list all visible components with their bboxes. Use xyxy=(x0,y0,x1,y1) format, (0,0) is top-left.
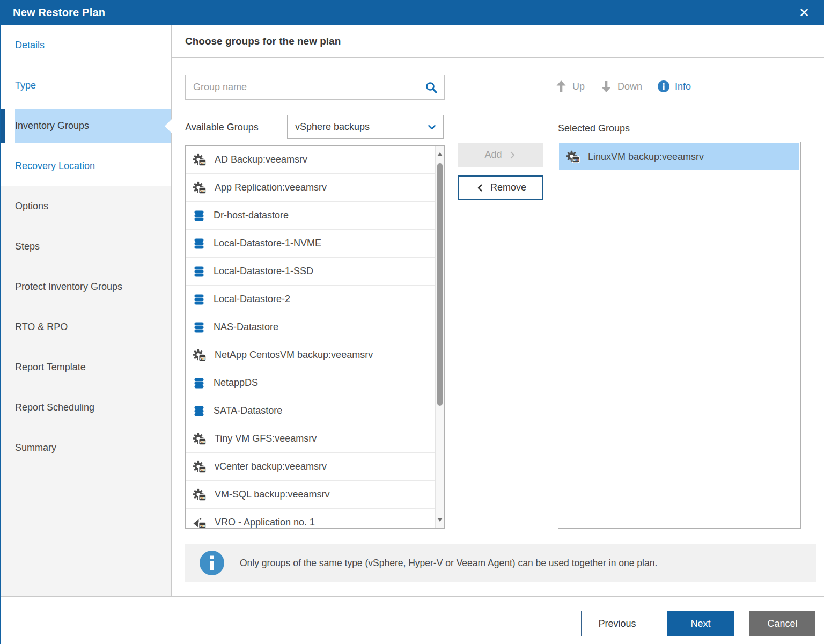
sidebar-step-label: Protect Inventory Groups xyxy=(15,281,122,292)
scrollbar[interactable] xyxy=(435,146,444,528)
list-item[interactable]: vm Tiny VM GFS:veeamsrv xyxy=(186,425,435,453)
sidebar-step-summary[interactable]: Summary xyxy=(1,428,171,468)
sidebar-step-label: Report Scheduling xyxy=(15,402,94,413)
sidebar-step-options[interactable]: Options xyxy=(1,186,171,226)
list-item-label: App Replication:veeamsrv xyxy=(215,182,327,193)
list-item-label: AD Backup:veeamsrv xyxy=(215,154,307,165)
list-item[interactable]: vm LinuxVM backup:veeamsrv xyxy=(559,143,799,170)
svg-text:vm: vm xyxy=(200,160,205,165)
vm-backup-job-icon: vm xyxy=(193,433,207,445)
list-item[interactable]: Local-Datastore-1-SSD xyxy=(186,258,435,286)
list-item-label: NAS-Datastore xyxy=(214,321,278,333)
title-bar: New Restore Plan ✕ xyxy=(1,0,824,25)
content-main: Up Down Info xyxy=(172,58,824,596)
vm-backup-job-icon: vm xyxy=(566,150,580,163)
list-item-label: Local-Datastore-1-SSD xyxy=(214,266,313,277)
available-groups-list: vm AD Backup:veeamsrv xyxy=(185,145,445,529)
previous-button[interactable]: Previous xyxy=(581,611,653,636)
sidebar-step-label: Report Template xyxy=(15,362,86,373)
svg-text:vm: vm xyxy=(200,188,205,193)
list-item[interactable]: NetappDS xyxy=(186,369,435,397)
group-search-box xyxy=(185,75,445,100)
list-item[interactable]: vm App Replication:veeamsrv xyxy=(186,174,435,202)
list-item-label: SATA-Datastore xyxy=(214,405,282,416)
info-icon xyxy=(657,80,670,93)
info-note-text: Only groups of the same type (vSphere, H… xyxy=(240,558,657,569)
list-item-label: vCenter backup:veeamsrv xyxy=(215,461,327,472)
list-item[interactable]: vm VM-SQL backup:veeamsrv xyxy=(186,481,435,509)
list-item[interactable]: vm AD Backup:veeamsrv xyxy=(186,146,435,174)
content-area: Choose groups for the new plan xyxy=(172,25,824,596)
search-icon[interactable] xyxy=(425,81,438,94)
sidebar-step-type[interactable]: Type xyxy=(1,65,171,106)
vm-backup-job-icon: vm xyxy=(193,153,207,166)
list-item-label: NetApp CentosVM backup:veeamsrv xyxy=(215,349,373,361)
list-item-label: Tiny VM GFS:veeamsrv xyxy=(215,433,317,444)
list-item-label: VM-SQL backup:veeamsrv xyxy=(215,489,329,500)
vm-backup-job-icon: vm xyxy=(193,488,207,501)
svg-text:vm: vm xyxy=(200,467,205,472)
datastore-icon xyxy=(193,377,205,390)
close-icon[interactable]: ✕ xyxy=(796,5,812,21)
chevron-right-icon xyxy=(507,150,517,160)
info-button[interactable]: Info xyxy=(657,80,691,93)
selected-groups-list: vm LinuxVM backup:veeamsrv xyxy=(558,142,801,529)
sidebar-step-rto-rpo[interactable]: RTO & RPO xyxy=(1,307,171,347)
sidebar-step-inventory-groups[interactable]: Inventory Groups xyxy=(1,106,171,146)
list-item[interactable]: vm vCenter backup:veeamsrv xyxy=(186,453,435,481)
add-button[interactable]: Add xyxy=(458,143,543,167)
sidebar-step-label: Steps xyxy=(15,241,40,252)
list-item[interactable]: NAS-Datastore xyxy=(186,313,435,341)
list-item[interactable]: Dr-host-datastore xyxy=(186,202,435,230)
selected-groups-rows: vm LinuxVM backup:veeamsrv xyxy=(558,143,800,170)
sidebar-step-label: RTO & RPO xyxy=(15,321,68,333)
sidebar-step-details[interactable]: Details xyxy=(1,25,171,65)
list-item[interactable]: Local-Datastore-1-NVME xyxy=(186,230,435,258)
list-item[interactable]: SATA-Datastore xyxy=(186,397,435,425)
scrollbar-thumb[interactable] xyxy=(437,163,443,406)
svg-text:vm: vm xyxy=(200,523,205,528)
chevron-down-icon xyxy=(426,121,438,133)
remove-button[interactable]: Remove xyxy=(458,175,543,200)
next-button[interactable]: Next xyxy=(667,611,734,636)
move-up-button[interactable]: Up xyxy=(555,79,585,93)
new-restore-plan-dialog: New Restore Plan ✕ Details Type Inventor… xyxy=(0,0,824,644)
steps-upper-section: Details Type Inventory Groups Recovery L… xyxy=(1,25,171,186)
search-input[interactable] xyxy=(186,82,425,93)
scroll-down-arrow-icon[interactable] xyxy=(437,518,443,522)
scroll-up-arrow-icon[interactable] xyxy=(437,152,443,156)
cancel-button[interactable]: Cancel xyxy=(749,611,815,636)
list-item[interactable]: Local-Datastore-2 xyxy=(186,286,435,313)
vm-backup-job-icon: vm xyxy=(193,349,207,362)
wizard-steps-sidebar: Details Type Inventory Groups Recovery L… xyxy=(1,25,172,596)
arrow-down-icon xyxy=(600,79,613,93)
available-groups-rows: vm AD Backup:veeamsrv xyxy=(186,146,444,529)
list-item-label: LinuxVM backup:veeamsrv xyxy=(588,151,704,163)
sidebar-step-label: Summary xyxy=(15,442,56,453)
list-item[interactable]: vm VRO - Application no. 1 xyxy=(186,509,435,529)
vm-backup-job-icon: vm xyxy=(193,181,207,194)
sidebar-step-report-template[interactable]: Report Template xyxy=(1,347,171,387)
list-item-label: NetappDS xyxy=(214,377,258,389)
vro-application-icon: vm xyxy=(193,516,207,529)
sidebar-step-report-scheduling[interactable]: Report Scheduling xyxy=(1,387,171,428)
dropdown-selected-value: vSphere backups xyxy=(295,121,370,133)
datastore-icon xyxy=(193,405,205,418)
sidebar-step-label: Options xyxy=(15,201,48,212)
arrow-up-icon xyxy=(555,79,568,93)
info-note-bar: Only groups of the same type (vSphere, H… xyxy=(185,544,816,582)
available-groups-label: Available Groups xyxy=(185,122,259,133)
svg-text:vm: vm xyxy=(200,356,205,361)
list-item-label: VRO - Application no. 1 xyxy=(215,517,315,528)
list-item-label: Local-Datastore-2 xyxy=(214,294,290,305)
group-type-filter-dropdown[interactable]: vSphere backups xyxy=(287,115,444,139)
footer-bar: Previous Next Cancel xyxy=(1,596,824,644)
sidebar-step-protect-inventory-groups[interactable]: Protect Inventory Groups xyxy=(1,267,171,307)
list-item[interactable]: vm NetApp CentosVM backup:veeamsrv xyxy=(186,341,435,369)
dialog-title: New Restore Plan xyxy=(13,6,105,19)
info-icon xyxy=(199,550,225,576)
svg-text:vm: vm xyxy=(573,157,579,162)
move-down-button[interactable]: Down xyxy=(600,79,642,93)
sidebar-step-steps[interactable]: Steps xyxy=(1,226,171,267)
sidebar-step-recovery-location[interactable]: Recovery Location xyxy=(1,146,171,186)
